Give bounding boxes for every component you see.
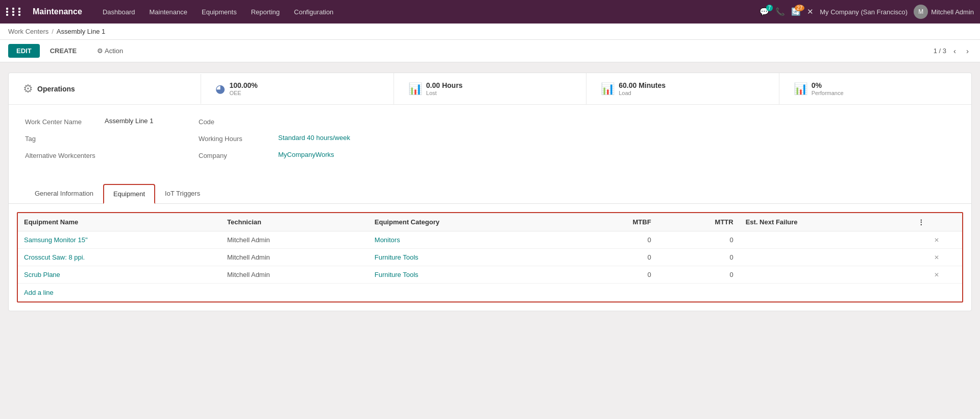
cell-technician: Mitchell Admin [221,231,369,249]
chat-icon[interactable]: 💬7 [760,7,769,16]
edit-button[interactable]: EDIT [8,44,40,58]
cell-category[interactable]: Monitors [369,231,575,249]
nav-right: 💬7 📞 🔄27 ✕ My Company (San Francisco) M … [760,5,974,19]
delete-row-button[interactable]: ✕ [912,231,962,249]
pager-position: 1 / 3 [934,47,946,55]
add-line-button[interactable]: Add a line [18,284,60,301]
cell-mttr: 0 [657,231,740,249]
form-group-working-hours: Working Hours Standard 40 hours/week [199,134,352,143]
cell-next-failure [740,231,912,249]
avatar: M [914,5,928,19]
stat-performance-value: 0% [812,81,844,89]
cell-mttr: 0 [657,266,740,284]
alternative-label: Alternative Workcenters [25,151,96,159]
tab-iot-triggers[interactable]: IoT Triggers [155,184,210,204]
breadcrumb-separator: / [52,28,54,35]
form-row-2: Tag Working Hours Standard 40 hours/week [25,134,955,143]
cell-equipment-name[interactable]: Samsung Monitor 15" [18,231,221,249]
pie-chart-icon: ◕ [215,82,225,96]
nav-maintenance[interactable]: Maintenance [143,5,193,19]
top-navigation: Maintenance Dashboard Maintenance Equipm… [0,0,980,24]
stat-bar: ⚙ Operations ◕ 100.00% OEE 📊 0.00 Hours … [9,73,971,105]
working-hours-label: Working Hours [199,134,270,143]
delete-row-button[interactable]: ✕ [912,249,962,266]
company-name: My Company (San Francisco) [820,8,908,16]
pager: 1 / 3 ‹ › [934,45,972,56]
equipment-table: Equipment Name Technician Equipment Cate… [18,213,962,284]
delete-row-button[interactable]: ✕ [912,266,962,284]
table-row: Scrub Plane Mitchell Admin Furniture Too… [18,266,962,284]
breadcrumb-parent[interactable]: Work Centers [8,28,48,35]
action-button[interactable]: ⚙ Action [97,47,123,55]
stat-performance-label: Performance [812,90,844,96]
tab-equipment[interactable]: Equipment [103,184,155,204]
nav-reporting[interactable]: Reporting [245,5,286,19]
working-hours-value[interactable]: Standard 40 hours/week [278,134,350,142]
cell-equipment-name[interactable]: Crosscut Saw: 8 ppi. [18,249,221,266]
work-center-name-label: Work Center Name [25,117,96,126]
table-row: Samsung Monitor 15" Mitchell Admin Monit… [18,231,962,249]
col-mttr: MTTR [657,213,740,231]
cell-mtbf: 0 [575,266,657,284]
tab-general-information[interactable]: General Information [25,184,103,204]
company-label: Company [199,151,270,159]
work-center-name-value: Assembly Line 1 [105,117,153,125]
cell-next-failure [740,249,912,266]
pager-next-button[interactable]: › [963,45,972,56]
nav-configuration[interactable]: Configuration [288,5,339,19]
stat-load-value: 60.00 Minutes [619,81,666,89]
table-header-row: Equipment Name Technician Equipment Cate… [18,213,962,231]
stat-oee-label: OEE [229,90,257,96]
apps-menu-icon[interactable] [6,8,23,16]
stat-performance[interactable]: 📊 0% Performance [779,73,971,104]
stat-oee[interactable]: ◕ 100.00% OEE [201,73,394,104]
nav-dashboard[interactable]: Dashboard [96,5,141,19]
phone-icon[interactable]: 📞 [775,7,785,16]
nav-menu: Dashboard Maintenance Equipments Reporti… [96,5,755,19]
cell-category[interactable]: Furniture Tools [369,266,575,284]
user-name: Mitchell Admin [931,8,974,16]
stat-lost-label: Lost [426,90,463,96]
cell-mttr: 0 [657,249,740,266]
cell-technician: Mitchell Admin [221,266,369,284]
bar-chart-icon-load: 📊 [601,82,615,96]
cell-mtbf: 0 [575,249,657,266]
breadcrumb: Work Centers / Assembly Line 1 [0,24,980,40]
gear-icon: ⚙ [23,82,33,96]
bar-chart-icon-lost: 📊 [408,82,422,96]
stat-oee-value: 100.00% [229,81,257,89]
user-menu[interactable]: M Mitchell Admin [914,5,974,19]
stat-load-label: Load [619,90,666,96]
company-value[interactable]: MyCompanyWorks [278,151,334,158]
toolbar: EDIT CREATE ⚙ Action 1 / 3 ‹ › [0,40,980,62]
col-equipment-category: Equipment Category [369,213,575,231]
code-label: Code [199,117,270,126]
form-card: ⚙ Operations ◕ 100.00% OEE 📊 0.00 Hours … [8,73,972,311]
activity-icon[interactable]: 🔄27 [791,7,801,16]
activity-badge: 27 [795,5,804,11]
main-content: ⚙ Operations ◕ 100.00% OEE 📊 0.00 Hours … [0,62,980,416]
col-est-next-failure: Est. Next Failure [740,213,912,231]
cell-equipment-name[interactable]: Scrub Plane [18,266,221,284]
close-icon[interactable]: ✕ [807,7,814,16]
col-technician: Technician [221,213,369,231]
create-button[interactable]: CREATE [44,44,83,58]
stat-operations[interactable]: ⚙ Operations [9,74,201,104]
bar-chart-icon-performance: 📊 [794,82,807,96]
stat-load[interactable]: 📊 60.00 Minutes Load [586,73,779,104]
form-group-name: Work Center Name Assembly Line 1 [25,117,178,126]
breadcrumb-current: Assembly Line 1 [57,28,105,35]
stat-lost[interactable]: 📊 0.00 Hours Lost [394,73,586,104]
form-row-1: Work Center Name Assembly Line 1 Code [25,117,955,126]
stat-lost-value: 0.00 Hours [426,81,463,89]
cell-mtbf: 0 [575,231,657,249]
pager-prev-button[interactable]: ‹ [950,45,959,56]
chat-badge: 7 [766,5,773,11]
form-group-alternative: Alternative Workcenters [25,151,178,159]
nav-equipments[interactable]: Equipments [195,5,243,19]
form-row-3: Alternative Workcenters Company MyCompan… [25,151,955,159]
tag-label: Tag [25,134,96,143]
cell-next-failure [740,266,912,284]
col-options[interactable]: ⋮ [912,213,962,231]
cell-category[interactable]: Furniture Tools [369,249,575,266]
